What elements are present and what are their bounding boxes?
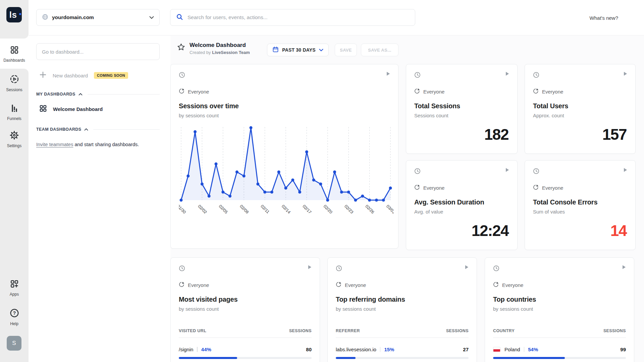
column-header: REFERRER bbox=[336, 328, 360, 333]
sidebar-item-dashboards[interactable]: Dashboards bbox=[0, 46, 29, 63]
search-input[interactable] bbox=[187, 14, 409, 20]
apps-grid-plus-icon bbox=[10, 280, 19, 290]
audience-row: Everyone bbox=[179, 88, 390, 95]
poland-flag-icon bbox=[493, 347, 500, 352]
divider bbox=[88, 94, 160, 95]
row-percent: 54% bbox=[528, 347, 538, 352]
progress-fill bbox=[336, 357, 356, 359]
livesession-logo[interactable]: ls bbox=[6, 7, 22, 22]
table-header: REFERRER SESSIONS bbox=[336, 328, 469, 333]
card-title: Total Users bbox=[533, 102, 627, 110]
table-header: VISITED URL SESSIONS bbox=[179, 328, 312, 333]
page-title: Welcome Dashboard bbox=[190, 42, 250, 49]
rail-label: Help bbox=[10, 321, 18, 326]
funnels-bars-icon bbox=[10, 104, 19, 114]
svg-text:03/01: 03/01 bbox=[385, 204, 393, 215]
play-icon[interactable] bbox=[504, 167, 510, 174]
audience-row: Everyone bbox=[533, 184, 627, 191]
chevron-up-icon bbox=[84, 127, 88, 132]
date-range-button[interactable]: PAST 30 DAYS bbox=[267, 44, 329, 56]
global-search bbox=[170, 9, 415, 26]
chevron-up-icon bbox=[78, 92, 83, 97]
svg-text:02/23: 02/23 bbox=[343, 204, 354, 215]
sidebar-item-sessions[interactable]: Sessions bbox=[0, 74, 29, 92]
go-to-dashboard-input[interactable] bbox=[36, 43, 160, 60]
created-by: Created by LiveSession Team bbox=[190, 50, 250, 55]
play-icon[interactable] bbox=[504, 71, 510, 78]
sidebar-item-funnels[interactable]: Funnels bbox=[0, 104, 29, 121]
sidebar-item-apps[interactable]: Apps bbox=[0, 280, 29, 297]
avg-session-duration-card: Everyone Avg. Session Duration Avg. of v… bbox=[406, 160, 518, 250]
audience-label: Everyone bbox=[423, 185, 444, 191]
card-title: Total Sessions bbox=[414, 102, 509, 110]
coming-soon-badge: COMING SOON bbox=[94, 72, 128, 79]
top-referring-domains-card: Everyone Top referring domains by sessio… bbox=[327, 257, 477, 362]
my-dashboards-section-header[interactable]: MY DASHBOARDS bbox=[36, 92, 170, 97]
user-avatar[interactable]: S bbox=[7, 336, 21, 351]
row-sessions: 27 bbox=[463, 347, 469, 352]
domain-name: yourdomain.com bbox=[52, 14, 94, 20]
audience-label: Everyone bbox=[188, 89, 209, 95]
section-title: TEAM DASHBOARDS bbox=[36, 127, 81, 132]
play-icon[interactable] bbox=[623, 167, 628, 174]
gear-icon bbox=[10, 131, 19, 141]
svg-text:?: ? bbox=[13, 310, 16, 316]
save-as-button[interactable]: SAVE AS... bbox=[361, 44, 398, 56]
column-header: SESSIONS bbox=[446, 328, 469, 333]
svg-text:02/14: 02/14 bbox=[281, 204, 291, 215]
invite-teammates-link[interactable]: Invite teammates bbox=[36, 142, 73, 147]
pie-chart-icon bbox=[179, 282, 184, 288]
most-visited-pages-card: Everyone Most visited pages by sessions … bbox=[170, 257, 320, 362]
team-dashboards-section-header[interactable]: TEAM DASHBOARDS bbox=[36, 127, 170, 132]
svg-text:02/05: 02/05 bbox=[218, 204, 229, 215]
row-label: labs.livesession.io bbox=[336, 347, 376, 352]
sidebar-item-settings[interactable]: Settings bbox=[0, 131, 29, 148]
row-percent: 15% bbox=[384, 347, 394, 352]
audience-row: Everyone bbox=[414, 88, 509, 95]
star-icon[interactable] bbox=[177, 43, 185, 53]
dashboards-grid-icon bbox=[10, 46, 19, 56]
play-icon[interactable] bbox=[464, 264, 469, 271]
progress-track bbox=[179, 357, 312, 359]
audience-label: Everyone bbox=[542, 89, 563, 95]
save-button[interactable]: SAVE bbox=[335, 44, 357, 56]
pie-chart-icon bbox=[179, 88, 184, 95]
pie-chart-icon bbox=[336, 282, 341, 288]
dashboard-item-label: Welcome Dashboard bbox=[53, 106, 103, 112]
plus-icon bbox=[39, 71, 47, 80]
divider bbox=[179, 338, 312, 338]
clock-icon bbox=[179, 72, 390, 79]
whats-new-link[interactable]: What's new? bbox=[590, 0, 618, 36]
table-row[interactable]: /signin 44% 80 bbox=[179, 347, 312, 352]
rail-label: Funnels bbox=[7, 116, 21, 121]
card-subtitle: by sessions count bbox=[179, 113, 390, 118]
row-label: /signin bbox=[179, 347, 193, 352]
sidebar-item-welcome-dashboard[interactable]: Welcome Dashboard bbox=[39, 105, 103, 114]
sidebar-item-help[interactable]: ? Help bbox=[0, 308, 29, 326]
dashboards-sidebar: New dashboard COMING SOON MY DASHBOARDS … bbox=[29, 36, 170, 362]
play-icon[interactable] bbox=[307, 264, 312, 271]
total-users-card: Everyone Total Users Approx. count 157 bbox=[525, 64, 636, 154]
table-header: COUNTRY SESSIONS bbox=[493, 328, 626, 333]
divider bbox=[93, 129, 160, 130]
table-row[interactable]: Poland 54% 99 bbox=[493, 347, 626, 352]
clock-icon bbox=[179, 265, 312, 273]
svg-text:02/20: 02/20 bbox=[323, 204, 333, 215]
rail-label: Sessions bbox=[6, 87, 22, 92]
new-dashboard-button[interactable]: New dashboard COMING SOON bbox=[39, 71, 128, 80]
top-bar: yourdomain.com What's new? bbox=[29, 0, 644, 36]
card-subtitle: by sessions count bbox=[179, 306, 312, 312]
table-row[interactable]: labs.livesession.io 15% 27 bbox=[336, 347, 469, 352]
domain-selector[interactable]: yourdomain.com bbox=[36, 9, 160, 26]
stat-value: 12:24 bbox=[472, 222, 508, 240]
audience-label: Everyone bbox=[188, 282, 209, 288]
play-icon[interactable] bbox=[623, 71, 628, 78]
calendar-icon bbox=[272, 46, 279, 54]
play-icon[interactable] bbox=[621, 264, 627, 271]
progress-fill bbox=[179, 357, 237, 359]
sessions-over-time-card: Everyone Sessions over time by sessions … bbox=[170, 64, 398, 249]
audience-label: Everyone bbox=[345, 282, 366, 288]
chevron-down-icon bbox=[319, 47, 323, 53]
audience-row: Everyone bbox=[336, 282, 469, 288]
play-icon[interactable] bbox=[385, 71, 391, 78]
